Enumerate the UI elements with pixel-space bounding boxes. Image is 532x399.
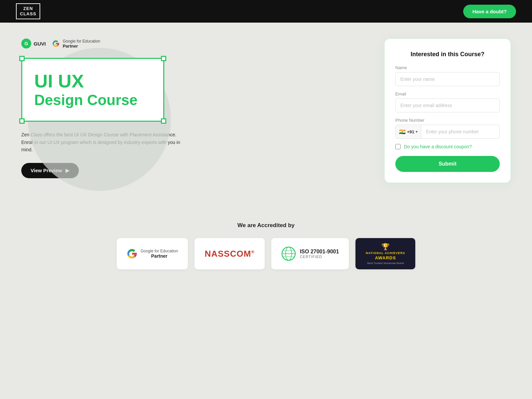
- navbar: ZEN CLASS Have a doubt?: [0, 0, 532, 23]
- iso-text-block: ISO 27001-9001 CERTIFIED: [300, 249, 339, 259]
- logo: ZEN CLASS: [16, 3, 40, 19]
- phone-label: Phone Number: [395, 118, 500, 123]
- name-label: Name: [395, 65, 500, 70]
- discount-coupon-row: Do you have a discount coupon?: [395, 144, 500, 149]
- have-a-doubt-button[interactable]: Have a doubt?: [463, 5, 516, 18]
- discount-label[interactable]: Do you have a discount coupon?: [404, 144, 472, 149]
- name-field-group: Name: [395, 65, 500, 86]
- hero-visual: UI UX Design Course: [21, 55, 241, 122]
- corner-br: [161, 118, 166, 124]
- national-achievers-content: 🏆 NATIONAL ACHIEVERS AWARDS Most Trusted…: [366, 243, 405, 265]
- iso-logo-card: ISO 27001-9001 CERTIFIED: [271, 238, 349, 269]
- national-line1: NATIONAL ACHIEVERS: [366, 251, 405, 255]
- guvi-badge: G GUVI: [21, 39, 46, 49]
- google-education-logo-card: Google for Education Partner: [117, 238, 188, 269]
- accredited-title: We are Accredited by: [21, 222, 511, 229]
- email-field-group: Email: [395, 91, 500, 112]
- iso-globe-icon: [281, 246, 296, 261]
- email-label: Email: [395, 91, 500, 96]
- phone-input[interactable]: [421, 125, 499, 138]
- google-logo-icon: [127, 248, 137, 259]
- national-line3: Most Trusted Vernacular Brand: [367, 262, 404, 265]
- google-badge-text: Google for Education Partner: [63, 39, 100, 49]
- course-card: UI UX Design Course: [21, 58, 164, 122]
- phone-country-prefix[interactable]: 🇮🇳 +91 ▾: [396, 125, 421, 138]
- course-title-line2: Design Course: [34, 91, 149, 109]
- submit-button[interactable]: Submit: [395, 156, 500, 172]
- guvi-icon: G: [21, 39, 31, 49]
- interest-form-card: Interested in this Course? Name Email Ph…: [384, 39, 511, 183]
- trophy-icon: 🏆: [381, 243, 390, 251]
- badges: G GUVI Google for Education Partner: [21, 39, 241, 49]
- nasscom-logo-text: NASSCOM®: [204, 249, 255, 259]
- india-flag-icon: 🇮🇳: [399, 129, 406, 135]
- phone-field-group: Phone Number 🇮🇳 +91 ▾: [395, 118, 500, 139]
- corner-bl: [19, 118, 25, 124]
- name-input[interactable]: [395, 72, 500, 86]
- nasscom-logo-card: NASSCOM®: [195, 238, 265, 269]
- hero-left: G GUVI Google for Education Partner: [21, 39, 241, 178]
- accredited-logos: Google for Education Partner NASSCOM®: [21, 238, 511, 269]
- iso-content: ISO 27001-9001 CERTIFIED: [281, 246, 339, 261]
- email-input[interactable]: [395, 98, 500, 112]
- phone-row: 🇮🇳 +91 ▾: [395, 125, 500, 139]
- national-line2: AWARDS: [375, 255, 396, 260]
- chevron-down-icon: ▾: [416, 130, 418, 134]
- google-g-icon: [51, 39, 61, 48]
- google-edu-line1: Google for Education: [141, 249, 178, 253]
- iso-certified-text: CERTIFIED: [300, 255, 339, 259]
- accredited-section: We are Accredited by Google for Educatio…: [0, 209, 532, 289]
- corner-tl: [19, 56, 25, 61]
- google-education-badge: Google for Education Partner: [51, 39, 100, 49]
- iso-number: ISO 27001-9001: [300, 249, 339, 255]
- national-achievers-logo-card: 🏆 NATIONAL ACHIEVERS AWARDS Most Trusted…: [355, 238, 415, 269]
- form-title: Interested in this Course?: [395, 51, 500, 58]
- course-title-line1: UI UX: [34, 71, 149, 91]
- hero-section: G GUVI Google for Education Partner: [0, 23, 532, 209]
- google-education-logo: Google for Education Partner: [127, 248, 178, 259]
- corner-tr: [161, 56, 166, 61]
- google-edu-line2: Partner: [141, 253, 178, 259]
- discount-checkbox[interactable]: [395, 144, 401, 149]
